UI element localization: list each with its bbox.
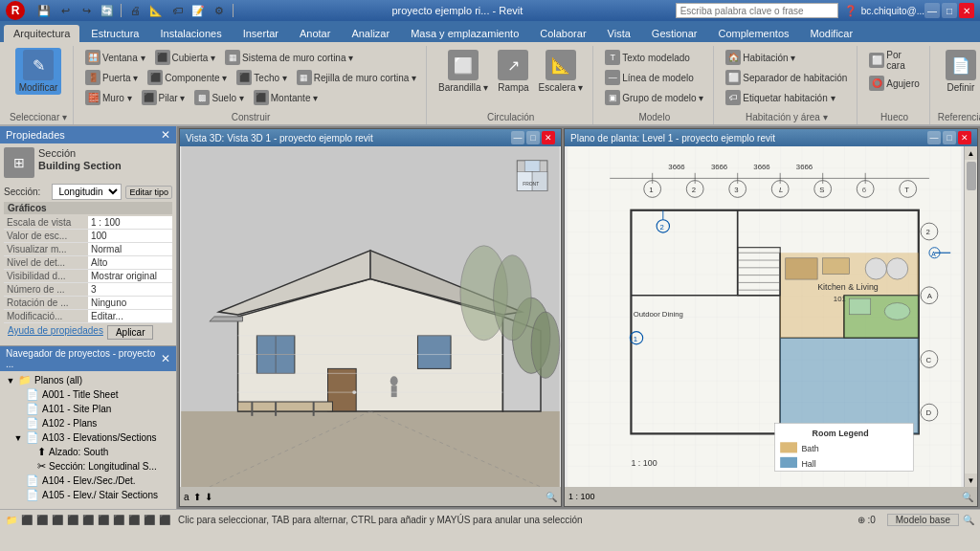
nav-zoom-btn[interactable]: 🔍 xyxy=(546,492,557,502)
expand-planos[interactable]: ▼ xyxy=(6,376,15,386)
print-btn[interactable]: 🖨 xyxy=(125,2,145,19)
sistema-muro-button[interactable]: ▦Sistema de muro cortina ▾ xyxy=(221,48,357,67)
tree-item-a105[interactable]: 📄 A105 - Elev./ Stair Sections xyxy=(2,488,174,502)
tree-item-a103[interactable]: ▼ 📄 A103 - Elevations/Sections xyxy=(2,430,174,445)
texto-modelado-button[interactable]: TTexto modelado xyxy=(601,48,694,67)
view-3d-close[interactable]: ✕ xyxy=(542,131,555,144)
techo-button[interactable]: ⬛Techo ▾ xyxy=(233,68,290,87)
status-icon-11[interactable]: ⬛ xyxy=(159,515,170,525)
prop-value-visibilidad[interactable]: Mostrar original xyxy=(88,270,172,283)
tree-item-a001[interactable]: 📄 A001 - Title Sheet xyxy=(2,387,174,402)
status-icon-4[interactable]: ⬛ xyxy=(52,515,63,525)
plan-nav-zoom-btn[interactable]: 🔍 xyxy=(962,492,973,502)
status-icon-3[interactable]: ⬛ xyxy=(36,515,48,525)
tab-vista[interactable]: Vista xyxy=(598,25,640,42)
section-select[interactable]: Longitudin xyxy=(52,184,122,200)
tree-item-a101[interactable]: 📄 A101 - Site Plan xyxy=(2,402,174,416)
muro-button[interactable]: 🧱Muro ▾ xyxy=(81,88,136,107)
prop-value-nivel[interactable]: Alto xyxy=(88,256,172,270)
separador-button[interactable]: ⬜Separador de habitación xyxy=(722,68,851,87)
properties-close-icon[interactable]: ✕ xyxy=(161,128,170,142)
scroll-track[interactable] xyxy=(965,160,977,474)
status-icon-2[interactable]: ⬛ xyxy=(21,515,33,525)
tree-item-a102[interactable]: 📄 A102 - Plans xyxy=(2,416,174,430)
tab-masa[interactable]: Masa y emplazamiento xyxy=(401,25,528,42)
navigator-close-icon[interactable]: ✕ xyxy=(161,352,170,365)
agujero-button[interactable]: ⭕Agujero xyxy=(865,74,923,93)
prop-value-modificacion[interactable]: Editar... xyxy=(88,310,172,323)
tab-gestionar[interactable]: Gestionar xyxy=(642,25,707,42)
status-icon-8[interactable]: ⬛ xyxy=(113,515,124,525)
sync-btn[interactable]: 🔄 xyxy=(98,2,117,19)
status-icon-9[interactable]: ⬛ xyxy=(128,515,140,525)
puerta-button[interactable]: 🚪Puerta ▾ xyxy=(81,68,142,87)
annotate-btn[interactable]: 📝 xyxy=(189,2,208,19)
escalera-button[interactable]: 📐 Escalera ▾ xyxy=(535,48,588,95)
tab-analizar[interactable]: Analizar xyxy=(342,25,399,42)
edit-type-button[interactable]: Editar tipo xyxy=(125,186,172,199)
grupo-modelo-button[interactable]: ▣Grupo de modelo ▾ xyxy=(601,88,707,107)
prop-apply-button[interactable]: Aplicar xyxy=(107,325,154,340)
habitacion-button[interactable]: 🏠Habitación ▾ xyxy=(722,48,799,67)
options-btn[interactable]: ⚙ xyxy=(210,2,229,19)
tag-btn[interactable]: 🏷 xyxy=(167,2,187,19)
view-3d-max[interactable]: □ xyxy=(526,131,540,144)
scroll-up-btn[interactable]: ▲ xyxy=(965,146,978,160)
search-input[interactable] xyxy=(676,3,838,18)
ventana-button[interactable]: 🪟Ventana ▾ xyxy=(81,48,148,67)
tree-item-alzado-south[interactable]: ⬆ Alzado: South xyxy=(2,445,174,459)
suelo-button[interactable]: ▩Suelo ▾ xyxy=(190,88,247,107)
tab-complementos[interactable]: Complementos xyxy=(709,25,799,42)
view-plan-max[interactable]: □ xyxy=(943,131,956,144)
tab-insertar[interactable]: Insertar xyxy=(234,25,288,42)
tab-modificar[interactable]: Modificar xyxy=(801,25,863,42)
nav-down-btn[interactable]: ⬇ xyxy=(205,492,212,502)
definir-button[interactable]: 📄 Definir xyxy=(942,48,980,95)
measure-btn[interactable]: 📐 xyxy=(146,2,166,19)
etiquetar-button[interactable]: 🏷Etiquetar habitación ▾ xyxy=(722,88,838,107)
tab-estructura[interactable]: Estructura xyxy=(81,25,148,42)
status-icon-7[interactable]: ⬛ xyxy=(98,515,109,525)
nav-up-btn[interactable]: ⬆ xyxy=(193,492,201,502)
undo-btn[interactable]: ↩ xyxy=(56,2,75,19)
status-icon-5[interactable]: ⬛ xyxy=(67,515,78,525)
barandilla-button[interactable]: ⬜ Barandilla ▾ xyxy=(434,48,492,95)
prop-value-visualizar[interactable]: Normal xyxy=(88,243,172,256)
scroll-thumb[interactable] xyxy=(967,162,976,190)
tree-item-seccion[interactable]: ✂ Sección: Longitudinal S... xyxy=(2,459,174,474)
status-icon-1[interactable]: 📁 xyxy=(6,515,17,525)
prop-value-rotacion[interactable]: Ninguno xyxy=(88,297,172,310)
rejilla-button[interactable]: ▦Rejilla de muro cortina ▾ xyxy=(293,68,420,87)
status-icon-6[interactable]: ⬛ xyxy=(82,515,94,525)
view-3d-content[interactable]: FRONT xyxy=(180,146,561,487)
view-plan-min[interactable]: — xyxy=(927,131,941,144)
minimize-btn[interactable]: — xyxy=(924,3,940,18)
view-3d-min[interactable]: — xyxy=(511,131,524,144)
tab-anotar[interactable]: Anotar xyxy=(290,25,340,42)
rampa-button[interactable]: ↗ Rampa xyxy=(494,48,532,95)
prop-value-valor[interactable]: 100 xyxy=(88,230,172,243)
expand-a103[interactable]: ▼ xyxy=(13,433,23,443)
tab-colaborar[interactable]: Colaborar xyxy=(530,25,595,42)
redo-btn[interactable]: ↪ xyxy=(77,2,96,19)
montante-button[interactable]: ⬛Montante ▾ xyxy=(250,88,322,107)
tree-item-a104[interactable]: 📄 A104 - Elev./Sec./Det. xyxy=(2,474,174,488)
prop-value-numero[interactable]: 3 xyxy=(88,283,172,297)
componente-button[interactable]: ⬛Componente ▾ xyxy=(144,68,231,87)
save-btn[interactable]: 💾 xyxy=(34,2,54,19)
modificar-button[interactable]: ✎ Modificar xyxy=(15,48,62,95)
help-icon[interactable]: ❓ xyxy=(844,5,858,17)
prop-help-link[interactable]: Ayuda de propiedades xyxy=(8,325,103,340)
pilar-button[interactable]: ⬛Pilar ▾ xyxy=(138,88,189,107)
tab-instalaciones[interactable]: Instalaciones xyxy=(150,25,231,42)
status-zoom-btn[interactable]: 🔍 xyxy=(963,515,974,525)
por-cara-button[interactable]: ⬜Porcara xyxy=(865,48,908,73)
status-icon-10[interactable]: ⬛ xyxy=(144,515,155,525)
view-plan-close[interactable]: ✕ xyxy=(958,131,971,144)
view-plan-content[interactable]: 3666 3666 3666 3666 1 2 3 L S 6 xyxy=(565,146,977,487)
maximize-btn[interactable]: □ xyxy=(942,3,957,18)
close-btn[interactable]: ✕ xyxy=(959,3,974,18)
linea-modelo-button[interactable]: —Línea de modelo xyxy=(601,68,698,87)
cubierta-button[interactable]: ⬛Cubierta ▾ xyxy=(151,48,220,67)
tree-item-planos[interactable]: ▼ 📁 Planos (all) xyxy=(2,373,174,387)
